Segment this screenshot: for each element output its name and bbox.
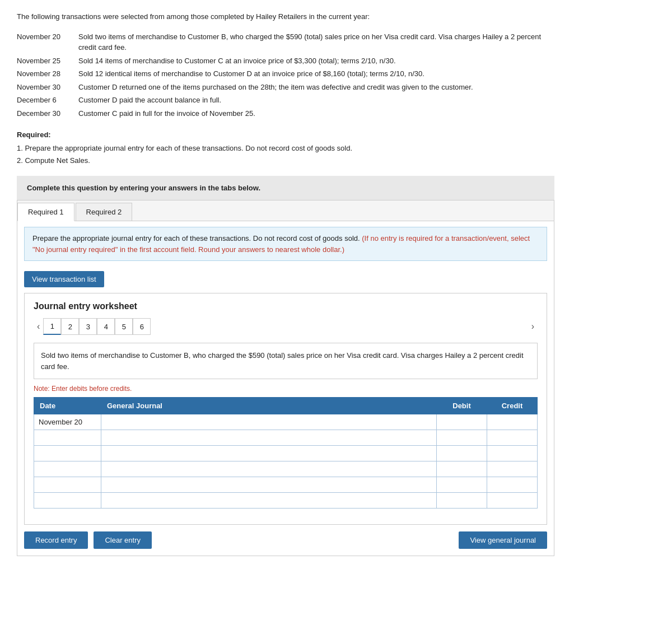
- tabs-row: Required 1 Required 2: [17, 200, 554, 221]
- row-3-debit-input[interactable]: [437, 446, 487, 461]
- table-row: [34, 477, 538, 493]
- tx-desc-2: Sold 14 items of merchandise to Customer…: [78, 55, 554, 67]
- page-tabs: 1 2 3 4 5 6: [43, 318, 151, 335]
- row-2-journal-input[interactable]: [101, 430, 436, 445]
- tab-required-2[interactable]: Required 2: [76, 203, 133, 221]
- worksheet-box: Journal entry worksheet ‹ 1 2 3 4 5 6 › …: [24, 293, 547, 525]
- row-1-credit[interactable]: [487, 414, 538, 430]
- tx-date-6: December 30: [17, 108, 78, 119]
- table-row: [34, 493, 538, 509]
- row-4-journal[interactable]: [101, 461, 437, 477]
- row-4-credit-input[interactable]: [487, 461, 537, 477]
- row-3-journal-input[interactable]: [101, 446, 436, 461]
- row-1-debit[interactable]: [437, 414, 487, 430]
- complete-box: Complete this question by entering your …: [17, 176, 554, 200]
- record-entry-button[interactable]: Record entry: [24, 531, 88, 549]
- row-2-date: [34, 430, 101, 446]
- nav-row: ‹ 1 2 3 4 5 6 ›: [34, 318, 538, 335]
- tx-date-4: November 30: [17, 82, 78, 93]
- row-1-credit-input[interactable]: [487, 414, 537, 430]
- note-text: Note: Enter debits before credits.: [34, 385, 538, 393]
- transactions-list: November 20 Sold two items of merchandis…: [17, 31, 554, 119]
- row-6-debit-input[interactable]: [437, 493, 487, 508]
- row-3-credit-input[interactable]: [487, 446, 537, 461]
- required-section: Required: 1. Prepare the appropriate jou…: [17, 129, 554, 167]
- tx-desc-6: Customer C paid in full for the invoice …: [78, 108, 554, 119]
- instruction-text: Prepare the appropriate journal entry fo…: [32, 234, 360, 242]
- tx-desc-4: Customer D returned one of the items pur…: [78, 82, 554, 93]
- required-item-1: 1. Prepare the appropriate journal entry…: [17, 144, 352, 152]
- tx-date-3: November 28: [17, 68, 78, 80]
- action-buttons: Record entry Clear entry View general jo…: [24, 531, 547, 549]
- row-2-journal[interactable]: [101, 430, 437, 446]
- required-label: Required:: [17, 129, 554, 141]
- row-6-date: [34, 493, 101, 509]
- transaction-row-5: December 6 Customer D paid the account b…: [17, 95, 554, 106]
- tabs-outer: Required 1 Required 2 Prepare the approp…: [17, 200, 554, 556]
- row-5-credit-input[interactable]: [487, 477, 537, 492]
- row-6-debit[interactable]: [437, 493, 487, 509]
- row-5-credit[interactable]: [487, 477, 538, 493]
- tx-date-2: November 25: [17, 55, 78, 67]
- transaction-row-4: November 30 Customer D returned one of t…: [17, 82, 554, 93]
- row-6-journal-input[interactable]: [101, 493, 436, 508]
- row-2-credit-input[interactable]: [487, 430, 537, 445]
- row-6-credit-input[interactable]: [487, 493, 537, 508]
- row-5-debit-input[interactable]: [437, 477, 487, 492]
- tx-date-5: December 6: [17, 95, 78, 106]
- header-debit: Debit: [437, 398, 487, 414]
- row-2-debit-input[interactable]: [437, 430, 487, 445]
- row-2-credit[interactable]: [487, 430, 538, 446]
- header-date: Date: [34, 398, 101, 414]
- row-3-debit[interactable]: [437, 446, 487, 461]
- page-tab-1[interactable]: 1: [43, 318, 61, 335]
- next-page-arrow[interactable]: ›: [528, 319, 538, 334]
- row-3-credit[interactable]: [487, 446, 538, 461]
- page-tab-4[interactable]: 4: [97, 318, 115, 335]
- intro-text: The following transactions were selected…: [17, 11, 554, 22]
- transaction-row-2: November 25 Sold 14 items of merchandise…: [17, 55, 554, 67]
- row-5-date: [34, 477, 101, 493]
- row-4-debit-input[interactable]: [437, 461, 487, 477]
- row-2-debit[interactable]: [437, 430, 487, 446]
- page-tab-3[interactable]: 3: [79, 318, 97, 335]
- required-item-2: 2. Compute Net Sales.: [17, 156, 90, 165]
- row-6-credit[interactable]: [487, 493, 538, 509]
- row-4-date: [34, 461, 101, 477]
- transaction-row-1: November 20 Sold two items of merchandis…: [17, 31, 554, 53]
- row-5-journal[interactable]: [101, 477, 437, 493]
- page-tab-6[interactable]: 6: [133, 318, 151, 335]
- row-3-journal[interactable]: [101, 446, 437, 461]
- row-1-journal[interactable]: [101, 414, 437, 430]
- row-4-credit[interactable]: [487, 461, 538, 477]
- row-1-date: November 20: [34, 414, 101, 430]
- row-6-journal[interactable]: [101, 493, 437, 509]
- header-general-journal: General Journal: [101, 398, 437, 414]
- view-general-journal-button[interactable]: View general journal: [459, 531, 547, 549]
- page-tab-5[interactable]: 5: [115, 318, 133, 335]
- tx-date-1: November 20: [17, 31, 78, 53]
- journal-table: Date General Journal Debit Credit Novemb…: [34, 397, 538, 509]
- row-4-debit[interactable]: [437, 461, 487, 477]
- transaction-row-3: November 28 Sold 12 identical items of m…: [17, 68, 554, 80]
- row-1-journal-input[interactable]: [101, 414, 436, 430]
- row-1-debit-input[interactable]: [437, 414, 487, 430]
- tx-desc-5: Customer D paid the account balance in f…: [78, 95, 554, 106]
- table-row: [34, 461, 538, 477]
- tab-required-1[interactable]: Required 1: [17, 203, 74, 221]
- worksheet-title: Journal entry worksheet: [34, 301, 538, 311]
- row-4-journal-input[interactable]: [101, 461, 436, 477]
- scenario-description: Sold two items of merchandise to Custome…: [34, 343, 538, 379]
- clear-entry-button[interactable]: Clear entry: [94, 531, 152, 549]
- row-5-journal-input[interactable]: [101, 477, 436, 492]
- header-credit: Credit: [487, 398, 538, 414]
- page-tab-2[interactable]: 2: [61, 318, 79, 335]
- instruction-box: Prepare the appropriate journal entry fo…: [24, 227, 547, 261]
- view-transaction-list-button[interactable]: View transaction list: [24, 271, 104, 287]
- row-3-date: [34, 446, 101, 461]
- table-row: November 20: [34, 414, 538, 430]
- transaction-row-6: December 30 Customer C paid in full for …: [17, 108, 554, 119]
- row-5-debit[interactable]: [437, 477, 487, 493]
- prev-page-arrow[interactable]: ‹: [34, 319, 43, 334]
- table-row: [34, 446, 538, 461]
